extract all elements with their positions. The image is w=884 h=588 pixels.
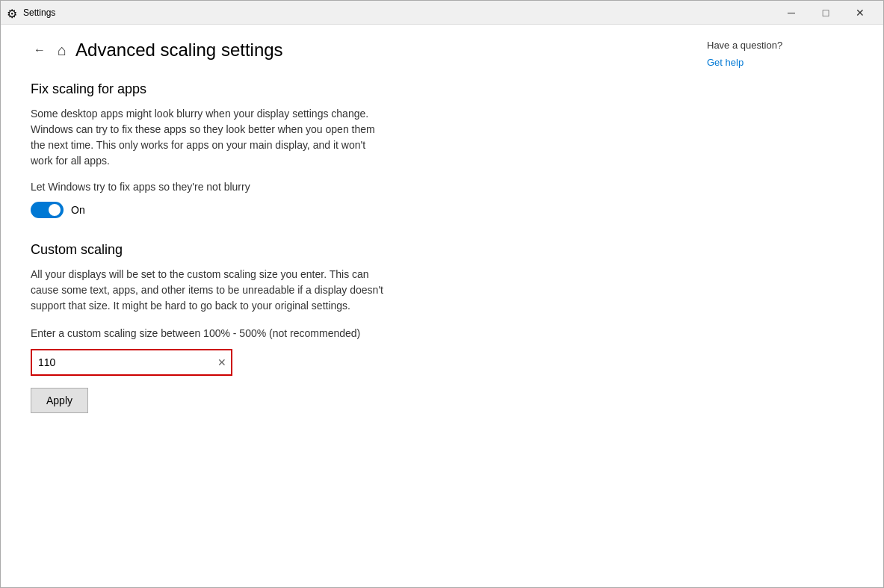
- main-content: ← ⌂ Advanced scaling settings Fix scalin…: [1, 25, 689, 587]
- maximize-button[interactable]: □: [809, 1, 843, 25]
- page-header: ← ⌂ Advanced scaling settings: [31, 40, 659, 61]
- custom-scaling-title: Custom scaling: [31, 242, 659, 258]
- scaling-input[interactable]: [31, 349, 232, 376]
- fix-scaling-description: Some desktop apps might look blurry when…: [31, 106, 389, 169]
- input-label: Enter a custom scaling size between 100%…: [31, 326, 389, 341]
- apply-button[interactable]: Apply: [31, 388, 88, 413]
- titlebar-title: Settings: [23, 7, 774, 18]
- custom-scaling-section: Custom scaling All your displays will be…: [31, 242, 659, 413]
- help-question-text: Have a question?: [707, 40, 865, 51]
- input-row: ✕: [31, 349, 659, 376]
- fix-scaling-title: Fix scaling for apps: [31, 81, 659, 97]
- toggle-row: On: [31, 202, 659, 218]
- home-icon: ⌂: [58, 42, 67, 59]
- page-title: Advanced scaling settings: [75, 40, 283, 61]
- clear-input-button[interactable]: ✕: [216, 355, 228, 370]
- toggle-label: Let Windows try to fix apps so they're n…: [31, 181, 659, 193]
- settings-icon: ⚙: [7, 7, 19, 19]
- fix-scaling-section: Fix scaling for apps Some desktop apps m…: [31, 81, 659, 218]
- blurry-apps-toggle[interactable]: [31, 202, 64, 218]
- titlebar: ⚙ Settings ─ □ ✕: [1, 1, 883, 25]
- toggle-state-text: On: [71, 204, 85, 216]
- scaling-input-wrapper: ✕: [31, 349, 232, 376]
- content-area: ← ⌂ Advanced scaling settings Fix scalin…: [1, 25, 883, 587]
- minimize-button[interactable]: ─: [774, 1, 809, 25]
- right-panel: Have a question? Get help: [689, 25, 883, 587]
- get-help-link[interactable]: Get help: [707, 57, 744, 68]
- custom-scaling-description: All your displays will be set to the cus…: [31, 267, 389, 314]
- window: ⚙ Settings ─ □ ✕ ← ⌂ Advanced scaling se…: [0, 0, 884, 588]
- close-button[interactable]: ✕: [843, 1, 877, 25]
- titlebar-controls: ─ □ ✕: [774, 1, 877, 25]
- back-button[interactable]: ←: [31, 40, 49, 60]
